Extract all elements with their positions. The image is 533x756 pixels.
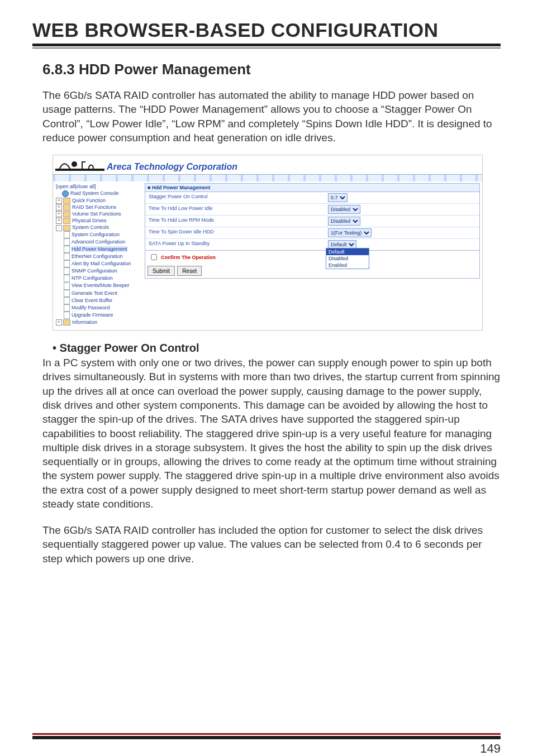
page-icon bbox=[64, 312, 70, 319]
tree-item[interactable]: System Configuration bbox=[56, 231, 140, 238]
svg-rect-0 bbox=[55, 169, 104, 171]
option-select[interactable]: 0.7 bbox=[328, 193, 348, 202]
bullet-body-1: In a PC system with only one or two driv… bbox=[42, 356, 501, 511]
tree-item[interactable]: Hdd Power Management bbox=[56, 246, 140, 253]
brand-title: Areca Technology Corporation bbox=[107, 162, 237, 174]
page-icon bbox=[64, 290, 70, 297]
folder-icon bbox=[63, 225, 70, 231]
embedded-screenshot: Areca Technology Corporation [open all|c… bbox=[53, 155, 483, 331]
tree-item[interactable]: +Quick Function bbox=[56, 197, 140, 204]
tree-link[interactable]: Alert By Mail Configuration bbox=[72, 261, 131, 266]
option-row: Time To Spin Down Idle HDD1(For Testing) bbox=[145, 227, 479, 238]
tree-expand-icon[interactable]: + bbox=[56, 211, 62, 217]
tree-link[interactable]: Hdd Power Management bbox=[72, 246, 127, 252]
tree-expand-icon[interactable]: + bbox=[56, 198, 62, 204]
folder-icon bbox=[63, 198, 70, 204]
option-row: Stagger Power On Control0.7 bbox=[145, 192, 479, 203]
tree-link[interactable]: Upgrade Firmware bbox=[72, 312, 113, 318]
tree-link[interactable]: NTP Configuration bbox=[72, 275, 113, 281]
section-heading: 6.8.3 HDD Power Management bbox=[42, 61, 501, 78]
tree-item[interactable]: +RAID Set Functions bbox=[56, 204, 140, 210]
tree-link[interactable]: View Events/Mute Beeper bbox=[72, 283, 129, 288]
tree-link[interactable]: Volume Set Functions bbox=[72, 211, 121, 217]
bullet-heading: • Stagger Power On Control bbox=[53, 342, 501, 355]
tree-link[interactable]: Generate Test Event bbox=[72, 290, 117, 296]
confirm-checkbox[interactable] bbox=[151, 254, 157, 260]
tree-expand-icon[interactable]: + bbox=[56, 218, 62, 224]
dropdown-option[interactable]: Default bbox=[326, 248, 369, 255]
folder-icon bbox=[63, 211, 70, 217]
tree-item[interactable]: View Events/Mute Beeper bbox=[56, 282, 140, 289]
page-icon bbox=[64, 231, 70, 238]
tree-link[interactable]: Clear Event Buffer bbox=[72, 298, 112, 303]
page-icon bbox=[64, 297, 70, 304]
confirm-row: Confirm The Operation bbox=[145, 250, 479, 264]
tree-item[interactable]: Clear Event Buffer bbox=[56, 297, 140, 304]
tree-link[interactable]: RAID Set Functions bbox=[72, 204, 116, 210]
tree-item[interactable]: Generate Test Event bbox=[56, 290, 140, 297]
tree-link[interactable]: Information bbox=[72, 319, 97, 325]
divider-thick bbox=[32, 44, 501, 46]
option-row: SATA Power Up In StandbyDefaultDefaultDi… bbox=[145, 238, 479, 250]
tree-link[interactable]: Raid System Console bbox=[70, 190, 119, 196]
panel-title: ■ Hdd Power Management bbox=[145, 184, 479, 192]
page-header-title: WEB BROWSER-BASED CONFIGURATION bbox=[32, 19, 501, 41]
option-select[interactable]: Disabled bbox=[328, 217, 360, 226]
tree-item[interactable]: Raid System Console bbox=[56, 190, 140, 197]
tree-expand-icon[interactable]: + bbox=[56, 319, 62, 326]
tree-link[interactable]: SNMP Configuration bbox=[72, 268, 117, 274]
svg-point-1 bbox=[72, 161, 77, 167]
page-icon bbox=[64, 253, 70, 260]
page-icon bbox=[64, 267, 70, 275]
tree-item[interactable]: +Information bbox=[56, 319, 140, 326]
tree-link[interactable]: System Controls bbox=[72, 224, 109, 230]
reset-button[interactable]: Reset bbox=[177, 266, 202, 276]
tree-item[interactable]: Alert By Mail Configuration bbox=[56, 260, 140, 267]
option-label: Stagger Power On Control bbox=[145, 192, 326, 203]
content-pane: ■ Hdd Power Management Stagger Power On … bbox=[142, 181, 482, 330]
folder-icon bbox=[63, 204, 70, 210]
dropdown-option[interactable]: Disabled bbox=[326, 255, 369, 262]
tree-expand-icon[interactable]: - bbox=[56, 225, 62, 231]
option-label: SATA Power Up In Standby bbox=[145, 239, 326, 250]
tree-item[interactable]: Modify Password bbox=[56, 304, 140, 312]
page-number: 149 bbox=[480, 741, 501, 756]
tree-toggle-all[interactable]: [open all|close all] bbox=[56, 183, 140, 190]
option-select[interactable]: 1(For Testing) bbox=[328, 228, 372, 237]
settings-panel: ■ Hdd Power Management Stagger Power On … bbox=[145, 183, 480, 279]
folder-icon bbox=[63, 319, 70, 326]
header-stripe bbox=[53, 175, 482, 181]
tree-item[interactable]: -System Controls bbox=[56, 224, 140, 231]
tree-item[interactable]: SNMP Configuration bbox=[56, 267, 140, 275]
tree-link[interactable]: Modify Password bbox=[72, 305, 110, 310]
tree-item[interactable]: Advanced Configuration bbox=[56, 238, 140, 246]
tree-link[interactable]: Quick Function bbox=[72, 198, 106, 203]
option-select[interactable]: Disabled bbox=[328, 205, 360, 214]
page-icon bbox=[64, 246, 70, 253]
page-icon bbox=[64, 283, 70, 290]
page-icon bbox=[64, 275, 70, 282]
screenshot-header: Areca Technology Corporation bbox=[53, 155, 482, 175]
tree-link[interactable]: Physical Drives bbox=[72, 218, 107, 223]
globe-icon bbox=[62, 190, 69, 197]
brand-logo-icon bbox=[55, 159, 104, 174]
page-icon bbox=[64, 260, 70, 267]
dropdown-option[interactable]: Enabled bbox=[326, 262, 369, 269]
tree-item[interactable]: EtherNet Configuration bbox=[56, 253, 140, 260]
option-label: Time To Hdd Low Power Idle bbox=[145, 204, 326, 215]
dropdown-list[interactable]: DefaultDisabledEnabled bbox=[326, 248, 369, 269]
option-label: Time To Hdd Low RPM Mode bbox=[145, 216, 326, 227]
tree-item[interactable]: +Volume Set Functions bbox=[56, 210, 140, 217]
option-row: Time To Hdd Low Power IdleDisabled bbox=[145, 203, 479, 215]
footer-black-rule bbox=[32, 736, 501, 739]
footer-red-rule bbox=[32, 733, 501, 735]
tree-link[interactable]: EtherNet Configuration bbox=[72, 253, 123, 259]
tree-item[interactable]: Upgrade Firmware bbox=[56, 312, 140, 319]
tree-item[interactable]: +Physical Drives bbox=[56, 217, 140, 224]
submit-button[interactable]: Submit bbox=[147, 266, 175, 276]
folder-icon bbox=[63, 218, 70, 224]
tree-link[interactable]: System Configuration bbox=[72, 232, 120, 237]
tree-expand-icon[interactable]: + bbox=[56, 204, 62, 210]
tree-item[interactable]: NTP Configuration bbox=[56, 275, 140, 282]
tree-link[interactable]: Advanced Configuration bbox=[72, 239, 125, 245]
